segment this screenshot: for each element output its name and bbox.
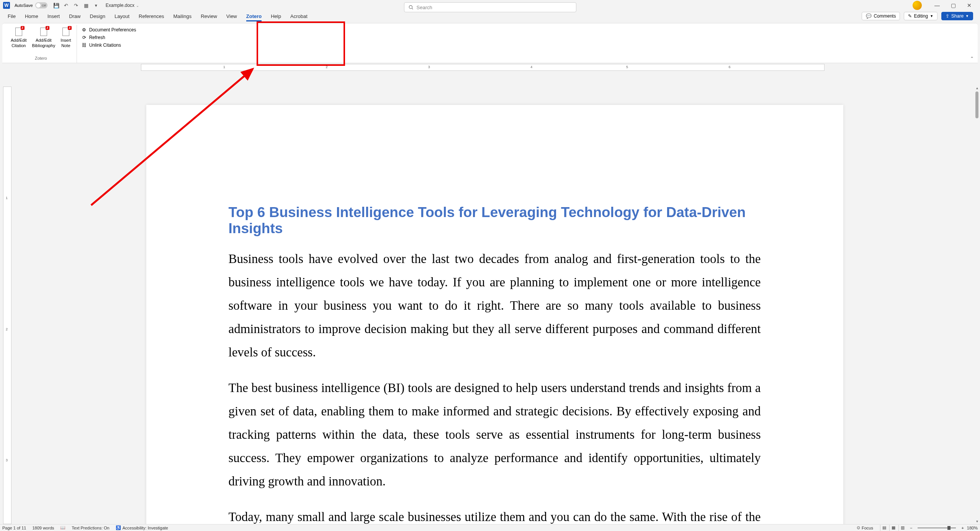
zotero-z-icon: Z <box>46 26 49 30</box>
chevron-down-icon: ▼ <box>965 14 969 18</box>
unlink-icon: ⛓ <box>82 42 87 48</box>
zoom-level[interactable]: 180% <box>967 526 978 530</box>
zoom-in-button[interactable]: + <box>961 526 964 530</box>
document-page[interactable]: Top 6 Business Intelligence Tools for Le… <box>146 105 843 524</box>
ruler-row: 1 2 3 4 5 6 <box>2 63 978 72</box>
share-icon: ⇪ <box>946 13 949 19</box>
pencil-icon: ✎ <box>908 13 912 19</box>
ruler-tick: 3 <box>428 65 430 69</box>
document-paragraph: Today, many small and large scale busine… <box>229 505 761 524</box>
word-count[interactable]: 1809 words <box>32 526 54 530</box>
ribbon-btn-label: Bibliography <box>32 43 56 48</box>
share-button[interactable]: ⇪ Share ▼ <box>941 12 973 20</box>
tab-review[interactable]: Review <box>196 12 222 21</box>
document-title[interactable]: Example.docx <box>106 3 134 8</box>
scroll-thumb[interactable] <box>975 91 978 118</box>
close-button[interactable]: ✕ <box>962 0 977 10</box>
ribbon-collapse-button[interactable]: ⌃ <box>970 56 974 61</box>
zotero-z-icon: Z <box>21 26 25 30</box>
editing-mode-button[interactable]: ✎ Editing ▼ <box>904 12 937 20</box>
word-app-icon: W <box>3 2 10 9</box>
text-predictions[interactable]: Text Predictions: On <box>72 526 109 530</box>
autosave-label: AutoSave <box>15 3 33 8</box>
redo-icon[interactable]: ↷ <box>72 1 80 10</box>
document-preferences-button[interactable]: ⚙ Document Preferences <box>80 26 138 33</box>
tab-file[interactable]: File <box>3 12 20 21</box>
status-bar: Page 1 of 11 1809 words 📖 Text Predictio… <box>0 524 980 531</box>
tab-layout[interactable]: Layout <box>110 12 134 21</box>
ruler-tick: 2 <box>6 327 8 331</box>
ribbon-btn-label: Note <box>61 43 70 48</box>
tab-mailings[interactable]: Mailings <box>169 12 196 21</box>
zoom-out-button[interactable]: − <box>910 526 912 530</box>
ribbon-small-label: Document Preferences <box>89 27 136 33</box>
tab-zotero[interactable]: Zotero <box>242 12 266 21</box>
ruler-tick: 6 <box>728 65 730 69</box>
focus-icon: ⊙ <box>857 525 860 530</box>
title-bar: W AutoSave Off 💾 ↶ ↷ ▦ ▼ Example.docx ⌄ … <box>0 0 980 11</box>
tab-draw[interactable]: Draw <box>64 12 85 21</box>
tab-design[interactable]: Design <box>85 12 110 21</box>
accessibility-icon: ♿ <box>116 525 121 530</box>
zotero-z-icon: Z <box>68 26 72 30</box>
maximize-button[interactable]: ▢ <box>946 0 961 10</box>
tab-view[interactable]: View <box>222 12 242 21</box>
minimize-button[interactable]: — <box>929 0 945 10</box>
tab-insert[interactable]: Insert <box>43 12 65 21</box>
tab-references[interactable]: References <box>134 12 169 21</box>
unlink-citations-button[interactable]: ⛓ Unlink Citations <box>80 42 138 49</box>
zoom-handle[interactable] <box>947 526 951 530</box>
document-paragraph: The best business intelligence (BI) tool… <box>229 376 761 493</box>
scroll-down-icon[interactable]: ▾ <box>974 519 980 523</box>
tab-home[interactable]: Home <box>20 12 43 21</box>
add-edit-bibliography-button[interactable]: Z Add/Edit Bibliography <box>30 26 58 56</box>
qat-more-icon[interactable]: ▦ <box>82 1 90 10</box>
ribbon-btn-label: Insert <box>61 38 71 43</box>
share-label: Share <box>951 13 964 19</box>
document-heading: Top 6 Business Intelligence Tools for Le… <box>229 204 761 237</box>
qat-dropdown-icon[interactable]: ▼ <box>92 1 100 10</box>
ribbon-btn-label: Add/Edit <box>36 38 52 43</box>
web-layout-button[interactable]: ▥ <box>898 525 907 531</box>
ribbon-btn-label: Add/Edit <box>11 38 27 43</box>
undo-icon[interactable]: ↶ <box>62 1 70 10</box>
document-paragraph: Business tools have evolved over the las… <box>229 247 761 364</box>
ruler-tick: 5 <box>626 65 628 69</box>
ribbon: Z Add/Edit Citation Z Add/Edit Bibliogra… <box>2 23 978 63</box>
horizontal-ruler[interactable]: 1 2 3 4 5 6 <box>141 64 825 71</box>
insert-note-button[interactable]: Z Insert Note <box>58 26 74 56</box>
accessibility-check[interactable]: ♿ Accessibility: Investigate <box>116 525 168 530</box>
ribbon-group-label: Zotero <box>8 56 74 61</box>
spelling-icon[interactable]: 📖 <box>60 525 65 530</box>
ribbon-group-zotero: Z Add/Edit Citation Z Add/Edit Bibliogra… <box>5 25 77 63</box>
vertical-ruler[interactable]: 1 2 3 <box>3 87 11 524</box>
user-avatar[interactable] <box>913 1 922 10</box>
scroll-up-icon[interactable]: ▴ <box>974 86 980 90</box>
svg-line-1 <box>412 8 413 10</box>
add-edit-citation-button[interactable]: Z Add/Edit Citation <box>8 26 29 56</box>
ribbon-small-label: Unlink Citations <box>89 42 121 48</box>
ruler-tick: 4 <box>530 65 532 69</box>
ribbon-btn-label: Citation <box>11 43 26 48</box>
gear-icon: ⚙ <box>82 27 87 33</box>
refresh-button[interactable]: ⟳ Refresh <box>80 34 138 41</box>
read-mode-button[interactable]: ▤ <box>880 525 888 531</box>
comments-button[interactable]: 💬 Comments <box>862 12 900 20</box>
filename-chevron-icon[interactable]: ⌄ <box>136 3 139 8</box>
search-input[interactable]: Search <box>404 2 576 12</box>
tab-help[interactable]: Help <box>266 12 286 21</box>
tab-acrobat[interactable]: Acrobat <box>286 12 312 21</box>
ruler-tick: 1 <box>223 65 225 69</box>
search-placeholder: Search <box>417 5 432 10</box>
zoom-slider[interactable] <box>918 528 956 528</box>
vertical-scrollbar[interactable]: ▴ ▾ <box>974 86 980 524</box>
focus-label: Focus <box>862 526 873 530</box>
focus-mode-button[interactable]: ⊙ Focus <box>857 525 873 530</box>
chevron-down-icon: ▼ <box>930 14 933 18</box>
autosave-toggle[interactable]: Off <box>35 2 47 8</box>
refresh-icon: ⟳ <box>82 35 87 40</box>
print-layout-button[interactable]: ▦ <box>889 525 898 531</box>
page-indicator[interactable]: Page 1 of 11 <box>2 526 26 530</box>
ribbon-small-label: Refresh <box>89 35 105 40</box>
save-icon[interactable]: 💾 <box>52 1 61 10</box>
